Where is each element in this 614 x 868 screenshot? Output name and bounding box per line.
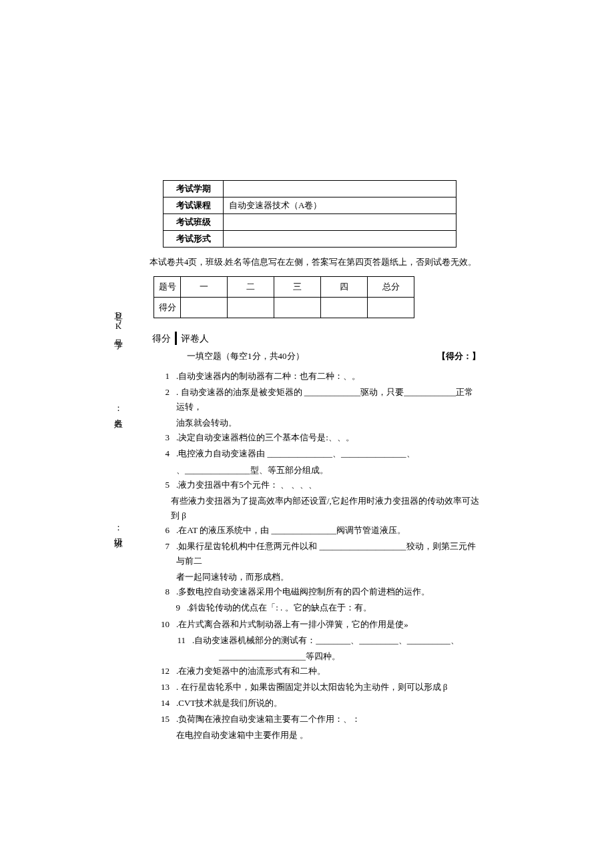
sidebar-class: ：级班 bbox=[112, 521, 124, 534]
info-value bbox=[224, 214, 456, 231]
question-number: 3 bbox=[152, 430, 170, 445]
info-row-class: 考试班级 bbox=[164, 214, 456, 231]
exam-instruction: 本试卷共4页，班级.姓名等信息写在左侧，答案写在第四页答题纸上，否则试卷无效。 bbox=[149, 257, 481, 268]
sidebar-labels: ）号DK号学 ：名姓 ：级班 bbox=[112, 307, 125, 574]
question-item: 8 .多数电控自动变速器采用个电磁阀控制所有的四个前进档的运作。 bbox=[152, 584, 481, 599]
question-continuation: 者一起同速转动，而形成档。 bbox=[176, 570, 481, 584]
question-number: 6 bbox=[152, 523, 170, 538]
question-text: .自动变速器机械部分的测试有：________、_________、______… bbox=[192, 633, 481, 648]
question-text: .电控液力自动变速器由 _______________、____________… bbox=[176, 446, 481, 461]
info-label: 考试班级 bbox=[164, 214, 224, 231]
question-text: .在液力变矩器中的油流形式有和二种。 bbox=[176, 664, 481, 679]
question-number: 12 bbox=[152, 664, 170, 679]
question-number: 10 bbox=[152, 617, 170, 632]
score-cell bbox=[274, 298, 321, 318]
divider-icon bbox=[175, 332, 177, 345]
score-col: 三 bbox=[274, 277, 321, 298]
score-cell bbox=[228, 298, 274, 318]
info-value bbox=[224, 231, 456, 248]
question-item: 10 .在片式离合器和片式制动器上有一排小弹簧，它的作用是使» bbox=[152, 617, 481, 632]
page-content: 考试学期 考试课程 自动变速器技术（A卷） 考试班级 考试形式 本试卷共4页，班… bbox=[147, 180, 481, 743]
question-number: 4 bbox=[152, 446, 170, 461]
question-continuation: 油泵就会转动。 bbox=[176, 416, 481, 430]
score-label: 题号 bbox=[154, 277, 181, 298]
score-col: 一 bbox=[181, 277, 228, 298]
question-continuation: 、_______________型、等五部分组成。 bbox=[176, 463, 481, 478]
question-text: .液力变扭器中有5个元件： 、 、、、 bbox=[176, 478, 481, 492]
question-item: 5 .液力变扭器中有5个元件： 、 、、、 bbox=[152, 478, 481, 492]
score-table: 题号 一 二 三 四 总分 得分 bbox=[154, 276, 414, 318]
question-number: 8 bbox=[152, 584, 170, 599]
sidebar-student-id: ）号DK号学 bbox=[112, 307, 124, 335]
question-text: . 在行星齿轮系中，如果齿圈固定并以太阳齿轮为主动件，则可以形成 β bbox=[176, 680, 481, 695]
question-number: 15 bbox=[152, 712, 170, 727]
question-number: 1 bbox=[152, 369, 170, 384]
score-cell bbox=[368, 298, 414, 318]
sidebar-name: ：名姓 bbox=[112, 402, 124, 414]
info-row-format: 考试形式 bbox=[164, 231, 456, 248]
question-text: .在AT 的液压系统中，由 _______________阀调节管道液压。 bbox=[176, 523, 481, 538]
question-text: .CVT技术就是我们所说的。 bbox=[176, 696, 481, 711]
question-text: . 自动变速器的油泵是被变矩器的 _____________驱动，只要_____… bbox=[176, 385, 481, 414]
question-item: 7 .如果行星齿轮机构中任意两元件以和 ____________________… bbox=[152, 539, 481, 568]
exam-info-table: 考试学期 考试课程 自动变速器技术（A卷） 考试班级 考试形式 bbox=[163, 180, 456, 248]
score-value-row: 得分 bbox=[154, 298, 414, 318]
info-row-semester: 考试学期 bbox=[164, 181, 456, 197]
score-header-row: 题号 一 二 三 四 总分 bbox=[154, 277, 414, 298]
score-label: 得分 bbox=[154, 298, 181, 318]
question-continuation: 在电控自动变速箱中主要作用是 。 bbox=[176, 728, 481, 743]
question-number: 9 bbox=[163, 600, 180, 615]
question-text: .如果行星齿轮机构中任意两元件以和 ____________________狡动… bbox=[176, 539, 481, 568]
question-continuation: ____________________等四种。 bbox=[219, 649, 481, 664]
info-label: 考试课程 bbox=[164, 197, 224, 214]
question-item: 13 . 在行星齿轮系中，如果齿圈固定并以太阳齿轮为主动件，则可以形成 β bbox=[152, 680, 481, 695]
question-text: .多数电控自动变速器采用个电磁阀控制所有的四个前进档的运作。 bbox=[176, 584, 481, 599]
questions-list: 1 .自动变速器内的制动器有二种：也有二种：、。 2 . 自动变速器的油泵是被变… bbox=[152, 369, 481, 743]
question-item: 12 .在液力变矩器中的油流形式有和二种。 bbox=[152, 664, 481, 679]
info-label: 考试学期 bbox=[164, 181, 224, 197]
score-col: 四 bbox=[321, 277, 368, 298]
question-number: 5 bbox=[152, 478, 170, 492]
info-value: 自动变速器技术（A卷） bbox=[224, 197, 456, 214]
section-title-row: 一填空题（每空1分，共40分） 【得分：】 bbox=[187, 350, 481, 362]
question-item: 9 .斜齿轮传动的优点在「: . 。它的缺点在于：有。 bbox=[163, 600, 481, 615]
question-number: 14 bbox=[152, 696, 170, 711]
section-scorer-row: 得分 评卷人 bbox=[152, 332, 481, 345]
question-text: .斜齿轮传动的优点在「: . 。它的缺点在于：有。 bbox=[187, 600, 481, 615]
question-item: 14 .CVT技术就是我们所说的。 bbox=[152, 696, 481, 711]
question-item: 6 .在AT 的液压系统中，由 _______________阀调节管道液压。 bbox=[152, 523, 481, 538]
question-text: .负荷陶在液控自动变速箱主要有二个作用：、： bbox=[176, 712, 481, 727]
question-item: 1 .自动变速器内的制动器有二种：也有二种：、。 bbox=[152, 369, 481, 384]
score-col: 二 bbox=[228, 277, 274, 298]
question-item: 15 .负荷陶在液控自动变速箱主要有二个作用：、： bbox=[152, 712, 481, 727]
grader-label: 评卷人 bbox=[181, 333, 209, 345]
question-item: 11 .自动变速器机械部分的测试有：________、_________、___… bbox=[168, 633, 481, 648]
question-number: 11 bbox=[168, 633, 186, 648]
question-text: .在片式离合器和片式制动器上有一排小弹簧，它的作用是使» bbox=[176, 617, 481, 632]
info-row-course: 考试课程 自动变速器技术（A卷） bbox=[164, 197, 456, 214]
score-cell bbox=[181, 298, 228, 318]
question-text: .自动变速器内的制动器有二种：也有二种：、。 bbox=[176, 369, 481, 384]
question-item: 4 .电控液力自动变速器由 _______________、__________… bbox=[152, 446, 481, 461]
score-label: 得分 bbox=[152, 333, 171, 345]
section-title: 一填空题（每空1分，共40分） bbox=[187, 350, 304, 362]
info-label: 考试形式 bbox=[164, 231, 224, 248]
question-number: 7 bbox=[152, 539, 170, 568]
question-continuation: 有些液力变扭器为了提高效率内部还设置/,它起作用时液力变扭器的传动效率可达到 β bbox=[171, 494, 481, 523]
question-number: 13 bbox=[152, 680, 170, 695]
info-value bbox=[224, 181, 456, 197]
score-col: 总分 bbox=[368, 277, 414, 298]
question-item: 3 .决定自动变速器档位的三个基本信号是:、、。 bbox=[152, 430, 481, 445]
question-number: 2 bbox=[152, 385, 170, 414]
score-cell bbox=[321, 298, 368, 318]
question-text: .决定自动变速器档位的三个基本信号是:、、。 bbox=[176, 430, 481, 445]
score-mark: 【得分：】 bbox=[437, 350, 481, 362]
question-item: 2 . 自动变速器的油泵是被变矩器的 _____________驱动，只要___… bbox=[152, 385, 481, 414]
